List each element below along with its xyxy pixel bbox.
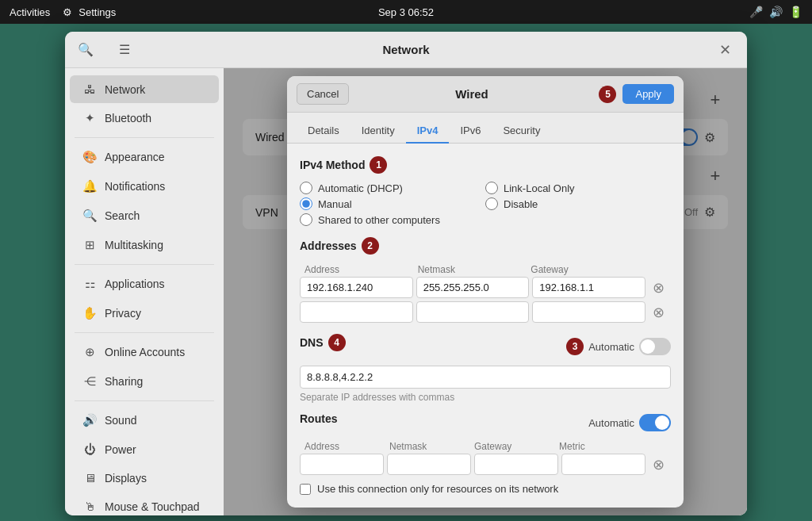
radio-manual[interactable]: Manual — [300, 197, 485, 210]
sidebar-item-displays[interactable]: 🖥 Displays — [70, 464, 219, 492]
search-icon: 🔍 — [82, 209, 97, 223]
sidebar-item-appearance[interactable]: 🎨 Appearance — [70, 143, 219, 171]
address-row-0: ⊗ — [300, 277, 671, 298]
sidebar-item-privacy[interactable]: ✋ Privacy — [70, 299, 219, 328]
topbar-right: 🎤 🔊 🔋 — [749, 6, 802, 18]
dns-section: DNS 4 3 Automatic — [300, 334, 671, 403]
remove-address-1[interactable]: ⊗ — [649, 303, 668, 322]
ipv4-badge: 1 — [370, 156, 387, 174]
addresses-badge: 2 — [362, 237, 379, 255]
privacy-icon: ✋ — [82, 306, 97, 320]
radio-shared[interactable]: Shared to other computers — [300, 213, 671, 226]
sidebar-item-online-accounts[interactable]: ⊕ Online Accounts — [70, 338, 219, 366]
route-gateway-0[interactable] — [474, 454, 558, 475]
sidebar-item-notifications[interactable]: 🔔 Notifications — [70, 172, 219, 201]
sidebar-divider-3 — [75, 332, 214, 333]
address-row-1: ⊗ — [300, 301, 671, 323]
topbar-left: Activities ⚙ Settings — [10, 6, 116, 18]
ipv4-method-title: IPv4 Method 1 — [300, 156, 671, 174]
dns-title: DNS 4 — [300, 334, 346, 351]
volume-icon: 🔊 — [769, 6, 783, 18]
network-icon: 🖧 — [82, 82, 97, 96]
connection-only-checkbox-row[interactable]: Use this connection only for resources o… — [300, 483, 671, 495]
remove-address-0[interactable]: ⊗ — [649, 278, 668, 297]
mouse-icon: 🖱 — [82, 500, 97, 513]
dns-hint: Separate IP addresses with commas — [300, 392, 671, 403]
address-input-0[interactable] — [300, 277, 413, 298]
topbar: Activities ⚙ Settings Sep 3 06:52 🎤 🔊 🔋 — [0, 0, 812, 24]
main-window: 🔍 ☰ Network ✕ 🖧 Network ✦ Bluetooth 🎨 Ap… — [65, 32, 747, 515]
close-button[interactable]: ✕ — [715, 40, 734, 59]
notifications-icon: 🔔 — [82, 179, 97, 193]
dns-badge: 4 — [328, 334, 346, 351]
sidebar-item-bluetooth[interactable]: ✦ Bluetooth — [70, 104, 219, 132]
sidebar-item-power[interactable]: ⏻ Power — [70, 435, 219, 463]
window-body: 🖧 Network ✦ Bluetooth 🎨 Appearance 🔔 Not… — [65, 68, 747, 515]
netmask-input-0[interactable] — [416, 277, 530, 298]
sidebar-item-applications[interactable]: ⚏ Applications — [70, 270, 219, 298]
sidebar: 🖧 Network ✦ Bluetooth 🎨 Appearance 🔔 Not… — [65, 68, 224, 515]
apply-button[interactable]: Apply — [622, 84, 674, 104]
tab-ipv6[interactable]: IPv6 — [449, 119, 492, 144]
sidebar-item-mouse-touchpad[interactable]: 🖱 Mouse & Touchpad — [70, 492, 219, 515]
topbar-datetime: Sep 3 06:52 — [378, 6, 434, 18]
addresses-title: Addresses 2 — [300, 237, 671, 255]
sidebar-item-sound[interactable]: 🔊 Sound — [70, 406, 219, 435]
power-icon: ⏻ — [82, 442, 97, 456]
modal-title: Wired — [349, 87, 594, 101]
connection-only-checkbox[interactable] — [300, 484, 311, 495]
sharing-icon: ⋲ — [82, 374, 97, 389]
dns-header: DNS 4 3 Automatic — [300, 334, 671, 359]
modal-step-badge: 5 — [599, 86, 616, 103]
addresses-table-header: Address Netmask Gateway — [300, 262, 671, 277]
route-row-0: ⊗ — [300, 454, 671, 475]
multitasking-icon: ⊞ — [82, 238, 97, 252]
tab-identity[interactable]: Identity — [350, 119, 406, 144]
gear-icon: ⚙ — [63, 6, 72, 18]
radio-link-local[interactable]: Link-Local Only — [485, 182, 671, 194]
modal-header: Cancel Wired 5 Apply — [287, 76, 684, 113]
route-netmask-0[interactable] — [387, 454, 471, 475]
dns-automatic-toggle[interactable] — [639, 338, 671, 355]
cancel-button[interactable]: Cancel — [297, 83, 349, 105]
activities-button[interactable]: Activities — [10, 6, 50, 18]
online-accounts-icon: ⊕ — [82, 345, 97, 359]
battery-icon: 🔋 — [789, 6, 802, 18]
routes-automatic-toggle[interactable] — [639, 414, 671, 431]
topbar-settings-label: ⚙ Settings — [63, 6, 116, 18]
address-input-1[interactable] — [300, 301, 413, 323]
radio-disable[interactable]: Disable — [485, 197, 671, 210]
appearance-icon: 🎨 — [82, 150, 97, 164]
displays-icon: 🖥 — [82, 471, 97, 485]
sidebar-item-multitasking[interactable]: ⊞ Multitasking — [70, 231, 219, 259]
dns-input[interactable] — [300, 366, 671, 389]
sidebar-item-search[interactable]: 🔍 Search — [70, 201, 219, 230]
sidebar-item-network[interactable]: 🖧 Network — [70, 75, 219, 103]
sound-icon: 🔊 — [82, 413, 97, 427]
sidebar-divider-1 — [75, 137, 214, 138]
netmask-input-1[interactable] — [416, 301, 530, 323]
tab-ipv4[interactable]: IPv4 — [406, 119, 450, 144]
titlebar-search-icon[interactable]: 🔍 — [78, 42, 94, 57]
route-metric-0[interactable] — [561, 454, 645, 475]
wired-dialog: Cancel Wired 5 Apply Details Identity IP… — [287, 76, 684, 508]
routes-title: Routes — [300, 412, 337, 425]
window-title: Network — [382, 43, 429, 56]
modal-tabs: Details Identity IPv4 IPv6 Security — [287, 113, 684, 144]
hamburger-menu[interactable]: ☰ — [119, 42, 130, 57]
radio-auto-dhcp[interactable]: Automatic (DHCP) — [300, 182, 485, 194]
route-address-0[interactable] — [300, 454, 384, 475]
addresses-section: Addresses 2 Address Netmask Gateway — [300, 237, 671, 323]
gateway-input-0[interactable] — [532, 277, 645, 298]
sidebar-divider-2 — [75, 264, 214, 265]
sidebar-item-sharing[interactable]: ⋲ Sharing — [70, 367, 219, 396]
ipv4-method-section: IPv4 Method 1 Automatic (DHCP) — [300, 156, 671, 226]
tab-security[interactable]: Security — [492, 119, 551, 144]
gateway-input-1[interactable] — [532, 301, 645, 323]
tab-details[interactable]: Details — [297, 119, 350, 144]
routes-section: Routes Automatic Addre — [300, 412, 671, 495]
routes-header: Routes Automatic — [300, 412, 671, 433]
applications-icon: ⚏ — [82, 277, 97, 291]
remove-route-0[interactable]: ⊗ — [649, 455, 668, 474]
dns-badge-3: 3 — [566, 338, 584, 355]
